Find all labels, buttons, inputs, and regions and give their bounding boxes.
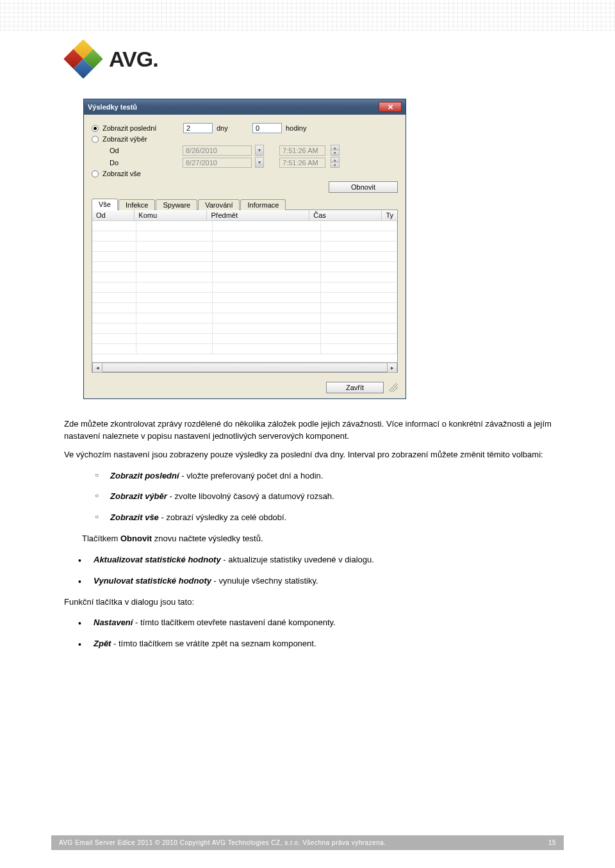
col-type[interactable]: Ty — [382, 210, 397, 220]
from-date-dropdown-icon[interactable]: ▾ — [255, 145, 264, 156]
page-footer: AVG Email Server Edice 2011 © 2010 Copyr… — [51, 835, 564, 850]
action-update-item: Aktualizovat statistické hodnoty - aktua… — [78, 554, 564, 566]
results-dialog: Výsledky testů ✕ Zobrazit poslední dny h… — [83, 99, 406, 399]
refresh-button[interactable]: Obnovit — [329, 181, 398, 193]
avg-logo-icon — [63, 39, 103, 79]
brand-name: AVG. — [109, 47, 158, 72]
func-back-item: Zpět - tímto tlačítkem se vrátíte zpět n… — [78, 638, 564, 650]
from-time-spinner[interactable]: ▴▾ — [331, 145, 340, 156]
dialog-title: Výsledky testů — [88, 103, 137, 111]
dialog-titlebar: Výsledky testů ✕ — [84, 99, 406, 115]
col-from[interactable]: Od — [92, 210, 135, 220]
tab-infections[interactable]: Infekce — [119, 199, 155, 210]
default-paragraph: Ve výchozím nastavení jsou zobrazeny pou… — [64, 449, 564, 461]
scroll-right-icon[interactable]: ▸ — [387, 363, 397, 373]
from-time-input[interactable] — [279, 145, 325, 156]
func-intro: Funkční tlačítka v dialogu jsou tato: — [64, 596, 564, 609]
hours-unit-label: hodiny — [286, 124, 306, 132]
tab-all[interactable]: Vše — [92, 199, 118, 210]
result-tabs: Vše Infekce Spyware Varování Informace — [92, 198, 398, 209]
results-grid: Od Komu Předmět Čas Ty — [92, 209, 398, 373]
close-button[interactable]: Zavřít — [326, 382, 384, 393]
to-date-dropdown-icon[interactable]: ▾ — [255, 157, 264, 168]
to-time-spinner[interactable]: ▴▾ — [331, 157, 340, 168]
func-settings-item: Nastavení - tímto tlačítkem otevřete nas… — [78, 617, 564, 629]
days-unit-label: dny — [217, 124, 249, 132]
col-time[interactable]: Čas — [309, 210, 382, 220]
decorative-top-pattern — [0, 0, 615, 31]
to-date-input[interactable] — [183, 158, 252, 168]
opt-range-item: Zobrazit výběr - zvolte libovolný časový… — [95, 491, 564, 503]
resize-grip-icon[interactable] — [389, 383, 398, 392]
to-label: Do — [110, 159, 179, 167]
action-reset-item: Vynulovat statistické hodnoty - vynuluje… — [78, 575, 564, 587]
to-time-input[interactable] — [279, 158, 325, 168]
tab-spyware[interactable]: Spyware — [156, 199, 197, 210]
footer-page-number: 15 — [548, 839, 556, 846]
scroll-left-icon[interactable]: ◂ — [92, 363, 102, 373]
days-input[interactable] — [183, 123, 213, 133]
close-icon[interactable]: ✕ — [379, 102, 402, 112]
footer-copyright: AVG Email Server Edice 2011 © 2010 Copyr… — [59, 839, 386, 846]
radio-show-all-label: Zobrazit vše — [102, 170, 141, 177]
tab-warnings[interactable]: Varování — [198, 199, 240, 210]
col-subject[interactable]: Předmět — [207, 210, 309, 220]
tab-info[interactable]: Informace — [240, 199, 286, 210]
brand-logo: AVG. — [64, 45, 564, 73]
from-date-input[interactable] — [183, 145, 252, 156]
col-to[interactable]: Komu — [135, 210, 207, 220]
from-label: Od — [110, 147, 179, 154]
radio-show-last-label: Zobrazit poslední — [102, 124, 179, 132]
hours-input[interactable] — [252, 123, 282, 133]
grid-body — [92, 221, 397, 362]
opt-all-item: Zobrazit vše - zobrazí výsledky za celé … — [95, 512, 564, 524]
radio-show-all[interactable] — [92, 170, 99, 177]
opt-last-item: Zobrazit poslední - vložte preferovaný p… — [95, 470, 564, 482]
intro-paragraph: Zde můžete zkontrolovat zprávy rozdělené… — [64, 418, 564, 443]
radio-show-last[interactable] — [92, 125, 99, 132]
horizontal-scrollbar[interactable]: ◂ ▸ — [92, 362, 397, 372]
refresh-paragraph: Tlačítkem Obnovit znovu načtete výsledky… — [64, 533, 564, 545]
radio-show-range[interactable] — [92, 136, 99, 143]
radio-show-range-label: Zobrazit výběr — [102, 135, 147, 143]
